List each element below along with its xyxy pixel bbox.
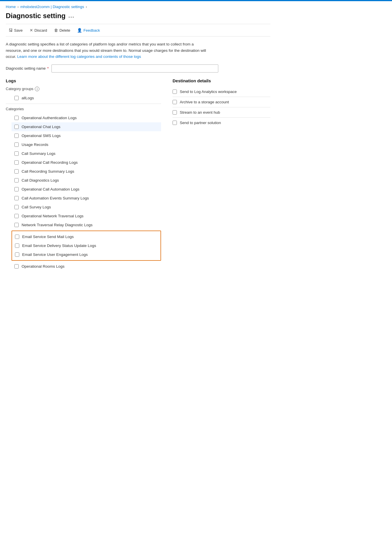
divider-1 <box>6 104 161 104</box>
setting-name-label: Diagnostic setting name * <box>6 66 49 71</box>
breadcrumb-sep1: › <box>18 5 19 9</box>
page-title: Diagnostic setting <box>6 12 66 20</box>
alllogs-checkbox[interactable] <box>14 96 19 100</box>
save-label: Save <box>14 28 23 33</box>
destination-item[interactable]: Send to Log Analytics workspace <box>173 87 270 97</box>
save-button[interactable]: 🖫 Save <box>6 26 26 34</box>
list-item[interactable]: Call Summary Logs <box>12 149 161 158</box>
delete-icon: 🗑 <box>54 28 58 33</box>
callrecsummary-label: Call Recording Summary Logs <box>22 169 74 174</box>
netrelay-checkbox[interactable] <box>14 223 19 227</box>
auth-checkbox[interactable] <box>14 116 19 120</box>
partner-checkbox[interactable] <box>173 121 177 125</box>
list-item[interactable]: Call Automation Events Summary Logs <box>12 194 161 203</box>
netrelay-label: Network Traversal Relay Diagnostic Logs <box>22 223 93 227</box>
alllogs-label: allLogs <box>22 96 34 100</box>
nettraversal-checkbox[interactable] <box>14 214 19 218</box>
destination-heading: Destination details <box>173 78 270 83</box>
list-item[interactable]: Call Recording Summary Logs <box>12 167 161 176</box>
setting-name-input[interactable] <box>51 64 218 73</box>
emailsend-checkbox[interactable] <box>15 235 19 239</box>
rooms-label: Operational Rooms Logs <box>22 264 64 269</box>
list-item[interactable]: Email Service User Engagement Logs <box>12 250 160 259</box>
breadcrumb-resource[interactable]: mhsbxtest2comm | Diagnostic settings <box>20 5 84 9</box>
callsurvey-checkbox[interactable] <box>14 205 19 209</box>
info-icon[interactable]: i <box>35 87 39 91</box>
toolbar: 🖫 Save ✕ Discard 🗑 Delete 👤 Feedback <box>6 24 270 37</box>
delete-label: Delete <box>60 28 70 33</box>
destination-column: Destination details Send to Log Analytic… <box>173 78 270 128</box>
breadcrumb-sep2: › <box>86 5 87 9</box>
discard-button[interactable]: ✕ Discard <box>27 26 50 34</box>
callsummary-checkbox[interactable] <box>14 151 19 156</box>
destination-item[interactable]: Send to partner solution <box>173 118 270 128</box>
calldiag-checkbox[interactable] <box>14 178 19 182</box>
list-item[interactable]: Email Service Send Mail Logs <box>12 232 160 241</box>
callsurvey-label: Call Survey Logs <box>22 205 51 209</box>
emailsend-label: Email Service Send Mail Logs <box>22 235 74 239</box>
callautomation-checkbox[interactable] <box>14 187 19 191</box>
callrecsummary-checkbox[interactable] <box>14 169 19 174</box>
feedback-label: Feedback <box>83 28 100 33</box>
usage-checkbox[interactable] <box>14 142 19 147</box>
emaildelivery-checkbox[interactable] <box>15 243 19 248</box>
emailengagement-label: Email Service User Engagement Logs <box>22 252 88 257</box>
required-indicator: * <box>46 66 49 71</box>
list-item[interactable]: Email Service Delivery Status Update Log… <box>12 241 160 250</box>
emailengagement-checkbox[interactable] <box>15 252 19 257</box>
discard-label: Discard <box>35 28 47 33</box>
email-service-group: Email Service Send Mail Logs Email Servi… <box>12 231 161 261</box>
eventhub-label: Stream to an event hub <box>180 110 220 115</box>
callautosummary-checkbox[interactable] <box>14 196 19 200</box>
loganalytics-checkbox[interactable] <box>173 90 177 94</box>
page-title-row: Diagnostic setting ... <box>6 12 270 20</box>
learn-more-link[interactable]: Learn more about the different log categ… <box>17 54 141 59</box>
list-item[interactable]: Operational Network Traversal Logs <box>12 212 161 220</box>
sms-label: Operational SMS Logs <box>22 134 61 138</box>
page-title-ellipsis[interactable]: ... <box>68 13 74 19</box>
eventhub-checkbox[interactable] <box>173 110 177 115</box>
list-item[interactable]: Call Diagnostics Logs <box>12 176 161 185</box>
logs-column: Logs Category groups i allLogs Categorie… <box>6 78 161 271</box>
alllogs-checkbox-row[interactable]: allLogs <box>12 94 161 102</box>
destination-list: Send to Log Analytics workspace Archive … <box>173 87 270 128</box>
auth-label: Operational Authentication Logs <box>22 116 77 120</box>
categories-label: Categories <box>6 107 161 111</box>
list-item[interactable]: Usage Records <box>12 140 161 149</box>
destination-item[interactable]: Stream to an event hub <box>173 107 270 118</box>
description-text: A diagnostic setting specifies a list of… <box>6 41 207 60</box>
list-item[interactable]: Operational Chat Logs <box>12 122 161 131</box>
breadcrumb: Home › mhsbxtest2comm | Diagnostic setti… <box>6 5 270 9</box>
callsummary-label: Call Summary Logs <box>22 151 56 156</box>
list-item[interactable]: Network Traversal Relay Diagnostic Logs <box>12 220 161 229</box>
loganalytics-label: Send to Log Analytics workspace <box>180 90 237 94</box>
callautosummary-label: Call Automation Events Summary Logs <box>22 196 89 200</box>
callrecording-checkbox[interactable] <box>14 160 19 165</box>
breadcrumb-home[interactable]: Home <box>6 5 16 9</box>
list-item[interactable]: Operational Authentication Logs <box>12 113 161 122</box>
setting-name-row: Diagnostic setting name * <box>6 64 270 73</box>
usage-label: Usage Records <box>22 142 48 147</box>
list-item[interactable]: Operational SMS Logs <box>12 131 161 140</box>
category-groups-label: Category groups i <box>6 87 161 91</box>
list-item[interactable]: Operational Call Recording Logs <box>12 158 161 167</box>
destination-item[interactable]: Archive to a storage account <box>173 97 270 107</box>
main-layout: Logs Category groups i allLogs Categorie… <box>6 78 270 271</box>
nettraversal-label: Operational Network Traversal Logs <box>22 214 83 218</box>
feedback-icon: 👤 <box>77 28 82 33</box>
list-item[interactable]: Operational Call Automation Logs <box>12 185 161 194</box>
list-item[interactable]: Call Survey Logs <box>12 203 161 212</box>
list-item[interactable]: Operational Rooms Logs <box>12 262 161 271</box>
partner-label: Send to partner solution <box>180 121 221 125</box>
chat-label: Operational Chat Logs <box>22 125 60 129</box>
storage-label: Archive to a storage account <box>180 100 229 104</box>
sms-checkbox[interactable] <box>14 134 19 138</box>
categories-list: Operational Authentication Logs Operatio… <box>6 113 161 271</box>
storage-checkbox[interactable] <box>173 100 177 104</box>
delete-button[interactable]: 🗑 Delete <box>51 26 73 34</box>
callautomation-label: Operational Call Automation Logs <box>22 187 79 191</box>
rooms-checkbox[interactable] <box>14 264 19 269</box>
feedback-button[interactable]: 👤 Feedback <box>74 26 103 34</box>
categories-section: Categories Operational Authentication Lo… <box>6 107 161 271</box>
chat-checkbox[interactable] <box>14 125 19 129</box>
